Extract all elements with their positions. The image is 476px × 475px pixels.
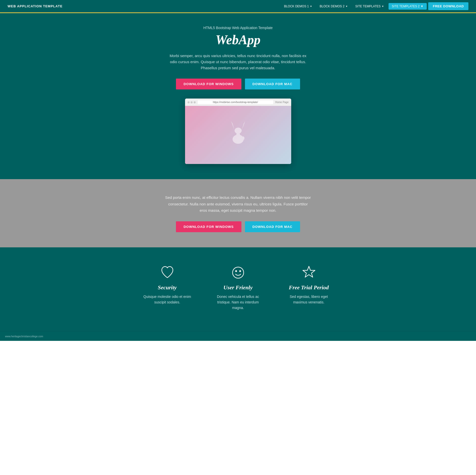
svg-line-5 <box>239 143 240 150</box>
svg-point-7 <box>242 136 244 140</box>
browser-dots <box>188 101 196 103</box>
svg-point-9 <box>235 270 237 272</box>
hero-subtitle: HTML5 Bootstrap Web Application Template <box>8 26 468 30</box>
hero-section: HTML5 Bootstrap Web Application Template… <box>0 13 476 179</box>
nav-site-templates[interactable]: SITE TEMPLATES ▼ <box>352 3 387 10</box>
svg-marker-11 <box>303 266 315 277</box>
feature-free-trial-desc: Sed egestas, libero eget maximus venenat… <box>284 294 334 305</box>
navbar-brand: WEB APPLICATION TEMPLATE <box>8 4 62 8</box>
download-mac-button[interactable]: DOWNLOAD FOR MAC <box>245 79 300 89</box>
browser-content <box>185 106 291 164</box>
middle-buttons: DOWNLOAD FOR WINDOWS DOWNLOAD FOR MAC <box>8 221 468 232</box>
hero-title: WebApp <box>8 32 468 47</box>
chevron-down-icon: ▼ <box>382 5 384 8</box>
smiley-icon <box>213 265 263 280</box>
middle-section: Sed porta enim nunc, at efficitur lectus… <box>0 179 476 247</box>
nav-site-templates-2[interactable]: SITE TEMPLATES 2 ▼ <box>389 3 427 10</box>
feature-security-title: Security <box>142 284 193 291</box>
free-download-button[interactable]: FREE DOWNLOAD <box>428 2 468 10</box>
browser-url: https://mobirise.com/bootstrap-template/ <box>198 100 273 104</box>
footer-url: www.heritagechristiancollege.com <box>5 335 43 338</box>
svg-line-6 <box>241 143 242 150</box>
svg-line-4 <box>237 143 237 150</box>
footer: www.heritagechristiancollege.com <box>0 331 476 341</box>
dot-3 <box>194 101 196 103</box>
download-windows-button[interactable]: DOWNLOAD FOR WINDOWS <box>176 79 241 89</box>
chevron-down-icon: ▼ <box>310 5 312 8</box>
svg-point-2 <box>233 135 244 144</box>
feature-user-friendly-title: User Frienly <box>213 284 263 291</box>
nav-block-demos-1[interactable]: BLOCK DEMOS 1 ▼ <box>281 3 315 10</box>
dot-2 <box>191 101 193 103</box>
feature-free-trial: Free Trial Period Sed egestas, libero eg… <box>284 265 334 311</box>
features-section: Security Quisque molestie odio et enim s… <box>0 247 476 331</box>
navbar: WEB APPLICATION TEMPLATE BLOCK DEMOS 1 ▼… <box>0 0 476 13</box>
feature-free-trial-title: Free Trial Period <box>284 284 334 291</box>
feature-user-friendly-desc: Donec vehicula et tellus ac tristique. N… <box>213 294 263 311</box>
dot-1 <box>188 101 190 103</box>
feature-security-desc: Quisque molestie odio et enim suscipit s… <box>142 294 193 305</box>
svg-line-3 <box>235 143 236 150</box>
star-icon <box>284 265 334 280</box>
hero-buttons: DOWNLOAD FOR WINDOWS DOWNLOAD FOR MAC <box>8 79 468 89</box>
feature-security: Security Quisque molestie odio et enim s… <box>142 265 193 311</box>
chevron-down-icon: ▼ <box>346 5 348 8</box>
navbar-nav: BLOCK DEMOS 1 ▼ BLOCK DEMOS 2 ▼ SITE TEM… <box>281 2 468 10</box>
middle-description: Sed porta enim nunc, at efficitur lectus… <box>165 194 311 214</box>
chevron-down-icon: ▼ <box>420 5 423 8</box>
browser-mockup: https://mobirise.com/bootstrap-template/… <box>185 99 291 164</box>
hero-description: Morbi semper, arcu quis varius ultricies… <box>167 53 309 71</box>
deer-silhouette <box>225 118 251 151</box>
feature-user-friendly: User Frienly Donec vehicula et tellus ac… <box>213 265 263 311</box>
nav-block-demos-2[interactable]: BLOCK DEMOS 2 ▼ <box>317 3 351 10</box>
middle-download-mac-button[interactable]: DOWNLOAD FOR MAC <box>245 221 300 232</box>
heart-icon <box>142 265 193 280</box>
svg-point-8 <box>233 267 244 278</box>
svg-point-10 <box>239 270 241 272</box>
svg-point-0 <box>235 128 242 134</box>
browser-bar: https://mobirise.com/bootstrap-template/… <box>185 99 291 106</box>
middle-download-windows-button[interactable]: DOWNLOAD FOR WINDOWS <box>176 221 241 232</box>
browser-home-label: Home Page <box>275 101 289 104</box>
